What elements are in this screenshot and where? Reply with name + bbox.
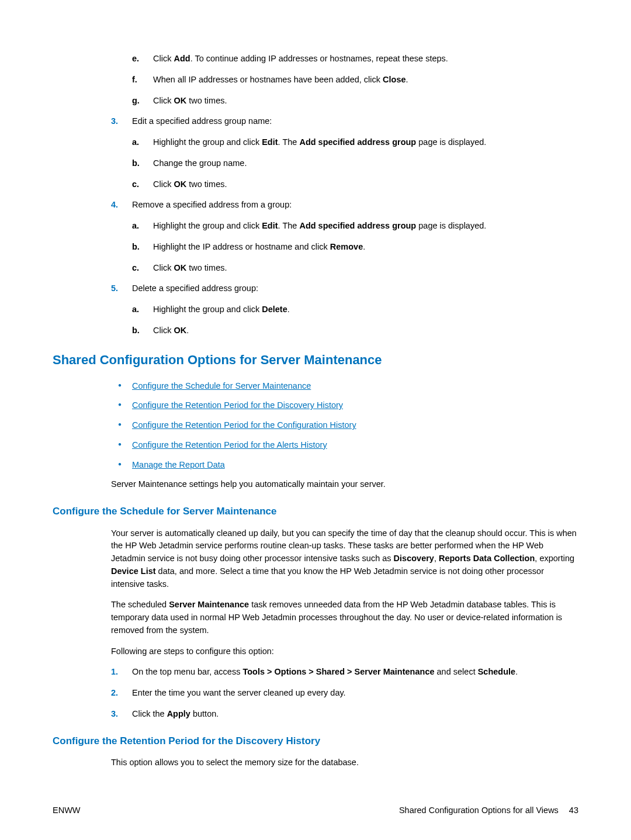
sub1-step-3: 3. Click the Apply button.: [111, 708, 578, 721]
step-4c: c. Click OK two times.: [132, 262, 578, 275]
link-item-2: Configure the Retention Period for the C…: [111, 419, 578, 432]
link-0[interactable]: Configure the Schedule for Server Mainte…: [132, 381, 311, 390]
text: Click Add. To continue adding IP address…: [153, 54, 448, 63]
text: Click OK.: [153, 326, 189, 335]
subsection-1-title: Configure the Schedule for Server Mainte…: [53, 504, 578, 519]
subsection-1-body: Your server is automatically cleaned up …: [53, 527, 578, 721]
marker-5: 5.: [111, 282, 118, 295]
link-4[interactable]: Manage the Report Data: [132, 460, 225, 469]
text: Click OK two times.: [153, 96, 227, 105]
steps-3-5: 3. Edit a specified address group name: …: [111, 115, 578, 337]
page-number: 43: [569, 806, 578, 815]
marker-f: f.: [132, 74, 137, 87]
sub1-p1: Your server is automatically cleaned up …: [111, 527, 578, 591]
sub1-step-2: 2. Enter the time you want the server cl…: [111, 687, 578, 700]
footer-left: ENWW: [53, 804, 81, 817]
subsection-2-title: Configure the Retention Period for the D…: [53, 734, 578, 749]
text: Highlight the group and click Edit. The …: [153, 137, 486, 147]
step-3-intro: Edit a specified address group name:: [132, 116, 272, 126]
text: On the top menu bar, access Tools > Opti…: [132, 667, 518, 676]
step-4b: b. Highlight the IP address or hostname …: [132, 241, 578, 254]
substep-f: f. When all IP addresses or hostnames ha…: [132, 74, 578, 87]
step-4: 4. Remove a specified address from a gro…: [111, 199, 578, 274]
step-3-sub: a. Highlight the group and click Edit. T…: [132, 136, 578, 191]
step-5-sub: a. Highlight the group and click Delete.…: [132, 303, 578, 337]
section-body: Configure the Schedule for Server Mainte…: [53, 380, 578, 492]
step-3c: c. Click OK two times.: [132, 178, 578, 191]
substep-g: g. Click OK two times.: [132, 95, 578, 108]
step-5-intro: Delete a specified address group:: [132, 284, 258, 293]
section-title: Shared Configuration Options for Server …: [53, 350, 578, 369]
link-item-3: Configure the Retention Period for the A…: [111, 439, 578, 452]
text: Click OK two times.: [153, 179, 227, 189]
marker-g: g.: [132, 95, 140, 108]
step-3: 3. Edit a specified address group name: …: [111, 115, 578, 191]
step-4-intro: Remove a specified address from a group:: [132, 200, 292, 209]
sub1-p3: Following are steps to configure this op…: [111, 645, 578, 658]
sub1-steps: 1. On the top menu bar, access Tools > O…: [111, 666, 578, 720]
link-item-1: Configure the Retention Period for the D…: [111, 399, 578, 412]
step-5b: b. Click OK.: [132, 324, 578, 337]
step-4a: a. Highlight the group and click Edit. T…: [132, 220, 578, 233]
sub1-p2: The scheduled Server Maintenance task re…: [111, 599, 578, 637]
continued-steps: e. Click Add. To continue adding IP addr…: [53, 53, 578, 337]
link-1[interactable]: Configure the Retention Period for the D…: [132, 400, 343, 410]
text: Click OK two times.: [153, 263, 227, 272]
footer-right: Shared Configuration Options for all Vie…: [399, 804, 578, 817]
substeps-efg: e. Click Add. To continue adding IP addr…: [111, 53, 578, 107]
link-list: Configure the Schedule for Server Mainte…: [111, 380, 578, 472]
subsection-2-body: This option allows you to select the mem…: [53, 756, 578, 769]
marker-3: 3.: [111, 115, 118, 128]
step-5a: a. Highlight the group and click Delete.: [132, 303, 578, 316]
text: Enter the time you want the server clean…: [132, 688, 346, 697]
text: Click the Apply button.: [132, 709, 219, 718]
substep-e: e. Click Add. To continue adding IP addr…: [132, 53, 578, 65]
step-5: 5. Delete a specified address group: a. …: [111, 282, 578, 337]
text: Highlight the group and click Edit. The …: [153, 221, 486, 230]
link-2[interactable]: Configure the Retention Period for the C…: [132, 420, 356, 430]
marker-4: 4.: [111, 199, 118, 212]
link-3[interactable]: Configure the Retention Period for the A…: [132, 440, 327, 450]
link-item-4: Manage the Report Data: [111, 459, 578, 472]
text: When all IP addresses or hostnames have …: [153, 75, 408, 84]
step-3b: b. Change the group name.: [132, 157, 578, 170]
text: Highlight the group and click Delete.: [153, 305, 290, 314]
marker-e: e.: [132, 53, 139, 65]
link-item-0: Configure the Schedule for Server Mainte…: [111, 380, 578, 393]
step-3a: a. Highlight the group and click Edit. T…: [132, 136, 578, 149]
step-4-sub: a. Highlight the group and click Edit. T…: [132, 220, 578, 274]
sub1-step-1: 1. On the top menu bar, access Tools > O…: [111, 666, 578, 679]
text: Highlight the IP address or hostname and…: [153, 242, 365, 251]
section-after-links: Server Maintenance settings help you aut…: [111, 478, 578, 491]
sub2-p1: This option allows you to select the mem…: [111, 756, 578, 769]
page-footer: ENWW Shared Configuration Options for al…: [53, 804, 578, 817]
text: Change the group name.: [153, 158, 247, 168]
